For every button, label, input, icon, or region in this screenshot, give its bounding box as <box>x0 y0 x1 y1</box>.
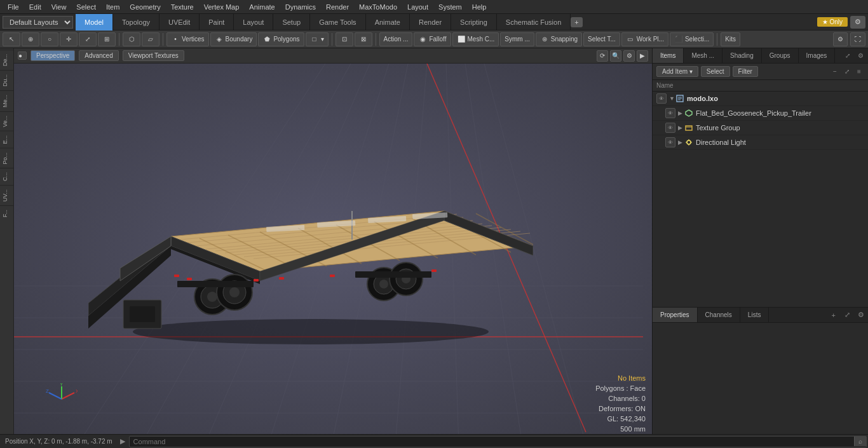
left-tab-e[interactable]: E... <box>0 131 13 148</box>
toolbar-boundary-btn[interactable]: ◈ Boundary <box>210 32 257 46</box>
tab-schematic[interactable]: Schematic Fusion <box>497 14 571 31</box>
item-vis-btn-mesh[interactable]: 👁 <box>665 108 675 118</box>
rt-settings-btn[interactable]: ⚙ <box>855 51 865 61</box>
pt-tab-channels[interactable]: Channels <box>698 308 740 322</box>
toolbar-sphere-btn[interactable]: ⊕ <box>22 32 39 46</box>
tab-animate[interactable]: Animate <box>366 14 410 31</box>
menu-help[interactable]: Help <box>467 2 492 12</box>
item-texgrp[interactable]: 👁 ▶ Texture Group <box>653 121 868 135</box>
toolbar-falloff-btn[interactable]: ◉ Falloff <box>414 32 451 46</box>
items-filter-button[interactable]: Filter <box>733 66 758 77</box>
menu-dynamics[interactable]: Dynamics <box>280 2 321 12</box>
toolbar-rotate-btn[interactable]: ○ <box>41 32 58 46</box>
item-expand-root[interactable]: ▼ <box>669 95 675 102</box>
left-tab-du[interactable]: Du... <box>0 70 13 90</box>
left-tab-me[interactable]: Me... <box>0 90 13 111</box>
item-light[interactable]: 👁 ▶ Directional Light <box>653 135 868 150</box>
item-root[interactable]: 👁 ▼ modo.lxo <box>653 92 868 106</box>
viewport[interactable]: ● Perspective Advanced Viewport Textures… <box>14 48 652 434</box>
pt-expand-btn[interactable]: ⤢ <box>841 308 854 322</box>
menu-geometry[interactable]: Geometry <box>125 2 165 12</box>
item-vis-btn-root[interactable]: 👁 <box>656 93 667 104</box>
pt-tab-lists[interactable]: Lists <box>740 308 770 322</box>
rt-tab-mesh[interactable]: Mesh ... <box>684 48 722 63</box>
toolbar-action-btn[interactable]: Action ... <box>379 32 413 46</box>
toolbar-move-btn[interactable]: ✛ <box>60 32 78 46</box>
toolbar-settings-btn[interactable]: ⚙ <box>833 32 848 46</box>
toolbar-workpl-btn[interactable]: ▭ Work Pl... <box>621 32 668 46</box>
menu-maxtomodo[interactable]: MaxToModo <box>354 2 402 12</box>
add-item-button[interactable]: Add Item ▾ <box>656 66 698 77</box>
rt-expand-btn[interactable]: ⤢ <box>843 51 853 61</box>
menu-animate[interactable]: Animate <box>244 2 280 12</box>
item-expand-light[interactable]: ▶ <box>678 139 684 146</box>
rt-tab-items[interactable]: Items <box>653 48 684 63</box>
vp-options-btn[interactable]: ⚙ <box>623 50 635 62</box>
toolbar-selmode-btn[interactable]: □▾ <box>306 32 329 46</box>
vp-tab-textures[interactable]: Viewport Textures <box>123 50 184 61</box>
item-expand-tex[interactable]: ▶ <box>678 125 684 131</box>
item-mesh[interactable]: 👁 ▶ Flat_Bed_Gooseneck_Pickup_Trailer <box>653 106 868 121</box>
menu-file[interactable]: File <box>3 2 24 12</box>
menu-texture[interactable]: Texture <box>166 2 199 12</box>
menu-view[interactable]: View <box>46 2 72 12</box>
toolbar-selecti-btn[interactable]: ⬛ Selecti... <box>670 32 714 46</box>
tab-setup[interactable]: Setup <box>273 14 310 31</box>
rt-tab-images[interactable]: Images <box>799 48 836 63</box>
toolbar-vertices-btn[interactable]: • Vertices <box>166 32 209 46</box>
items-minus-btn[interactable]: − <box>830 67 840 77</box>
left-tab-de[interactable]: De... <box>0 50 13 70</box>
bottom-expand-btn[interactable]: ▶ <box>118 437 128 445</box>
command-search-button[interactable]: ⌕ <box>854 437 866 446</box>
left-tab-ve[interactable]: Ve... <box>0 111 13 131</box>
toolbar-polygon-btn[interactable]: ⬡ <box>123 32 140 46</box>
command-input[interactable] <box>130 437 854 447</box>
menu-vertexmap[interactable]: Vertex Map <box>199 2 245 12</box>
item-vis-btn-light[interactable]: 👁 <box>665 137 675 147</box>
toolbar-sym2-btn[interactable]: ⊠ <box>355 32 372 46</box>
tab-model[interactable]: Model <box>76 14 113 31</box>
item-vis-btn-tex[interactable]: 👁 <box>665 123 675 133</box>
item-expand-mesh[interactable]: ▶ <box>678 110 684 116</box>
layout-dropdown[interactable]: Default Layouts <box>3 16 73 29</box>
menu-select[interactable]: Select <box>71 2 101 12</box>
rt-tab-groups[interactable]: Groups <box>762 48 799 63</box>
left-tab-c[interactable]: C... <box>0 168 13 185</box>
vp-dot[interactable]: ● <box>18 51 27 60</box>
vp-arrow-btn[interactable]: ▶ <box>637 50 648 62</box>
tab-topology[interactable]: Topology <box>113 14 159 31</box>
items-select-button[interactable]: Select <box>701 66 730 77</box>
menu-system[interactable]: System <box>433 2 467 12</box>
items-expand-btn[interactable]: ⤢ <box>842 67 852 77</box>
left-tab-f[interactable]: F... <box>0 205 13 221</box>
toolbar-kits-btn[interactable]: Kits <box>721 32 740 46</box>
menu-item[interactable]: Item <box>101 2 125 12</box>
layout-settings-button[interactable]: ⚙ <box>850 16 865 29</box>
toolbar-selectt-btn[interactable]: Select T... <box>583 32 620 46</box>
vp-tab-advanced[interactable]: Advanced <box>79 50 118 61</box>
vp-rotate-btn[interactable]: ⟳ <box>597 50 608 62</box>
toolbar-edge-btn[interactable]: ▱ <box>142 32 159 46</box>
toolbar-meshc-btn[interactable]: ⬜ Mesh C... <box>452 32 499 46</box>
pt-tab-properties[interactable]: Properties <box>653 308 698 322</box>
tab-gametools[interactable]: Game Tools <box>310 14 366 31</box>
toolbar-polygons-btn[interactable]: ⬟ Polygons <box>258 32 304 46</box>
tab-layout[interactable]: Layout <box>234 14 273 31</box>
toolbar-symm-btn[interactable]: Symm ... <box>500 32 534 46</box>
tab-scripting[interactable]: Scripting <box>451 14 497 31</box>
pt-settings-btn[interactable]: ⚙ <box>854 308 868 322</box>
toolbar-maximize-btn[interactable]: ⛶ <box>850 32 865 46</box>
tab-paint[interactable]: Paint <box>200 14 234 31</box>
tab-render[interactable]: Render <box>410 14 451 31</box>
items-cols-btn[interactable]: ≡ <box>854 67 864 77</box>
vp-tab-perspective[interactable]: Perspective <box>31 50 75 61</box>
toolbar-sym-btn[interactable]: ⊡ <box>336 32 353 46</box>
left-tab-uv[interactable]: UV... <box>0 185 13 205</box>
add-tab-button[interactable]: + <box>571 17 582 27</box>
pt-plus-btn[interactable]: + <box>827 308 841 322</box>
menu-layout[interactable]: Layout <box>402 2 433 12</box>
toolbar-transform-btn[interactable]: ⊞ <box>98 32 116 46</box>
tab-uvedit[interactable]: UVEdit <box>159 14 200 31</box>
rt-tab-shading[interactable]: Shading <box>722 48 762 63</box>
vp-search-btn[interactable]: 🔍 <box>610 50 621 62</box>
